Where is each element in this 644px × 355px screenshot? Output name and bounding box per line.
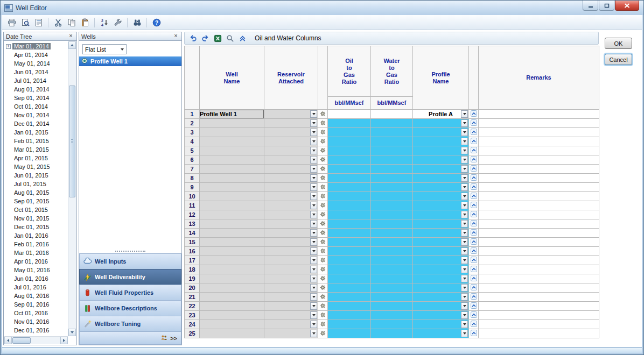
well-name-cell[interactable] [200, 247, 264, 256]
remarks-cell[interactable] [479, 128, 599, 137]
chevron-up-icon[interactable] [471, 239, 477, 246]
oil-to-gas-cell[interactable] [328, 256, 371, 265]
oil-to-gas-cell[interactable] [328, 293, 371, 302]
profile-name-cell[interactable]: Profile A [413, 110, 469, 119]
reservoir-link-cell[interactable] [318, 283, 328, 293]
reservoir-attached-cell[interactable] [264, 256, 318, 265]
gear-icon[interactable] [320, 276, 326, 282]
help-button[interactable]: ? [150, 16, 163, 29]
water-to-gas-cell[interactable] [371, 165, 413, 174]
scroll-up-arrow-icon[interactable] [68, 41, 76, 49]
row-number[interactable]: 13 [185, 219, 200, 229]
dropdown-arrow[interactable] [310, 321, 317, 328]
date-tree-item[interactable]: Sep 01, 2014 [4, 94, 68, 102]
collapse-button[interactable] [237, 33, 248, 44]
reservoir-link-cell[interactable] [318, 293, 328, 302]
gear-icon[interactable] [320, 212, 326, 218]
chevron-up-icon[interactable] [471, 194, 477, 200]
chevron-up-icon[interactable] [471, 130, 477, 136]
row-number[interactable]: 19 [185, 274, 200, 283]
row-number[interactable]: 9 [185, 183, 200, 192]
minimize-button[interactable] [583, 1, 598, 11]
expand-row-cell[interactable] [469, 247, 479, 256]
expand-row-cell[interactable] [469, 210, 479, 219]
oil-to-gas-cell[interactable] [328, 146, 371, 155]
dropdown-arrow[interactable] [461, 165, 468, 173]
oil-to-gas-cell[interactable] [328, 128, 371, 137]
gear-icon[interactable] [320, 221, 326, 228]
reservoir-attached-cell[interactable] [264, 247, 318, 256]
profile-name-cell[interactable] [413, 311, 469, 320]
row-number[interactable]: 4 [185, 137, 200, 146]
row-number[interactable]: 6 [185, 155, 200, 165]
nav-wellbore-descriptions[interactable]: Wellbore Descriptions [79, 300, 181, 316]
remarks-cell[interactable] [479, 229, 599, 238]
oil-to-gas-cell[interactable] [328, 229, 371, 238]
expand-row-cell[interactable] [469, 274, 479, 283]
profile-name-cell[interactable] [413, 329, 469, 338]
dropdown-arrow[interactable] [310, 302, 317, 310]
remarks-cell[interactable] [479, 265, 599, 274]
dropdown-arrow[interactable] [461, 266, 468, 273]
gear-icon[interactable] [320, 313, 326, 319]
reservoir-attached-cell[interactable] [264, 210, 318, 219]
tree-expand-plus-icon[interactable]: + [6, 44, 11, 49]
zoom-button[interactable] [225, 33, 235, 44]
dropdown-arrow[interactable] [461, 311, 468, 319]
well-name-cell[interactable] [200, 238, 264, 247]
profile-name-cell[interactable] [413, 183, 469, 192]
date-tree-item[interactable]: Aug 01, 2015 [4, 188, 68, 197]
dropdown-arrow[interactable] [461, 110, 468, 118]
chevron-up-icon[interactable] [471, 175, 477, 182]
chevron-up-icon[interactable] [471, 322, 477, 328]
row-number[interactable]: 5 [185, 146, 200, 155]
chevron-up-icon[interactable] [471, 221, 477, 228]
reservoir-attached-cell[interactable] [264, 311, 318, 320]
expand-row-cell[interactable] [469, 137, 479, 146]
oil-to-gas-cell[interactable] [328, 210, 371, 219]
gear-icon[interactable] [320, 303, 326, 310]
well-name-cell[interactable] [200, 146, 264, 155]
remarks-cell[interactable] [479, 329, 599, 338]
gear-icon[interactable] [320, 248, 326, 255]
dropdown-arrow[interactable] [310, 119, 317, 127]
scroll-left-arrow-icon[interactable] [4, 337, 12, 344]
dropdown-arrow[interactable] [461, 284, 468, 292]
dropdown-arrow[interactable] [461, 174, 468, 182]
close-button[interactable] [615, 1, 639, 11]
dropdown-arrow[interactable] [461, 119, 468, 127]
remarks-cell[interactable] [479, 165, 599, 174]
well-name-cell[interactable] [200, 329, 264, 338]
vertical-scroll-thumb[interactable] [69, 86, 75, 197]
dropdown-arrow[interactable] [310, 293, 317, 301]
well-list-item[interactable]: Profile Well 1 [79, 56, 181, 66]
reservoir-link-cell[interactable] [318, 320, 328, 329]
gear-icon[interactable] [320, 148, 326, 154]
dropdown-arrow[interactable] [461, 229, 468, 237]
row-number[interactable]: 8 [185, 174, 200, 183]
oil-to-gas-cell[interactable] [328, 311, 371, 320]
oil-to-gas-cell[interactable] [328, 192, 371, 201]
remarks-cell[interactable] [479, 146, 599, 155]
date-tree-item[interactable]: Jan 01, 2015 [4, 128, 68, 137]
profile-name-cell[interactable] [413, 265, 469, 274]
nav-well-deliverability[interactable]: Well Deliverability [79, 269, 181, 285]
gear-icon[interactable] [320, 285, 326, 292]
well-name-cell[interactable] [200, 311, 264, 320]
print-preview-button[interactable] [19, 16, 31, 29]
dropdown-arrow[interactable] [461, 147, 468, 154]
water-to-gas-cell[interactable] [371, 247, 413, 256]
oil-to-gas-cell[interactable] [328, 265, 371, 274]
well-name-cell[interactable] [200, 155, 264, 165]
expand-row-cell[interactable] [469, 265, 479, 274]
date-tree-item[interactable]: Mar 01, 2015 [4, 145, 68, 154]
water-to-gas-cell[interactable] [371, 274, 413, 283]
wells-nav-footer[interactable]: >> [79, 331, 181, 345]
profile-name-cell[interactable] [413, 247, 469, 256]
date-tree-item[interactable]: Dec 01, 2015 [4, 223, 68, 231]
reservoir-attached-cell[interactable] [264, 201, 318, 210]
remarks-cell[interactable] [479, 174, 599, 183]
dropdown-arrow[interactable] [310, 284, 317, 292]
water-to-gas-cell[interactable] [371, 219, 413, 229]
date-tree-item[interactable]: Jun 01, 2015 [4, 171, 68, 180]
